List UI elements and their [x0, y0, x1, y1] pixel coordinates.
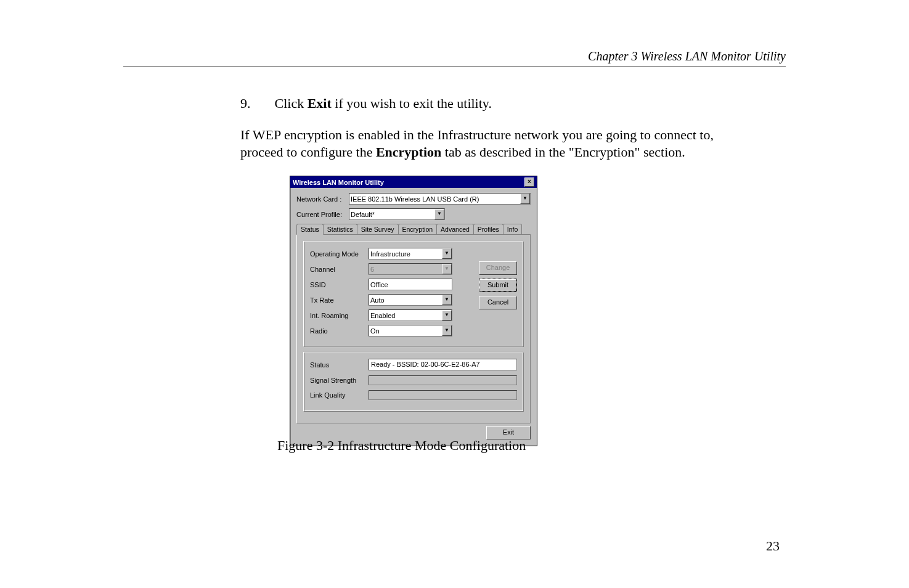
chevron-down-icon: ▼ — [442, 295, 452, 305]
step-text-suffix: if you wish to exit the utility. — [332, 96, 492, 111]
tab-status[interactable]: Status — [296, 224, 324, 235]
operating-mode-value: Infrastructure — [370, 250, 410, 258]
settings-group: Operating Mode Infrastructure ▼ Channel — [303, 241, 524, 347]
txrate-value: Auto — [370, 296, 385, 304]
chevron-down-icon: ▼ — [434, 209, 444, 219]
dialog-window: Wireless LAN Monitor Utility × Network C… — [290, 176, 537, 446]
figure-wrapper: Wireless LAN Monitor Utility × Network C… — [290, 176, 537, 446]
tab-strip: Status Statistics Site Survey Encryption… — [296, 224, 531, 235]
tab-panel-status: Operating Mode Infrastructure ▼ Channel — [296, 235, 531, 423]
para-line2a: proceed to configure the — [240, 144, 376, 160]
current-profile-label: Current Profile: — [296, 211, 349, 218]
radio-value: On — [370, 327, 380, 335]
page-number: 23 — [766, 538, 780, 554]
para-line2b: Encryption — [376, 144, 441, 160]
titlebar: Wireless LAN Monitor Utility × — [290, 176, 537, 188]
status-value: Ready - BSSID: 02-00-6C-E2-86-A7 — [369, 359, 517, 370]
para-line2c: tab as described in the "Encryption" sec… — [441, 144, 685, 160]
txrate-label: Tx Rate — [310, 296, 369, 304]
cancel-button[interactable]: Cancel — [479, 296, 517, 309]
close-button[interactable]: × — [524, 178, 534, 187]
change-button: Change — [479, 261, 517, 275]
tab-advanced[interactable]: Advanced — [436, 224, 474, 234]
radio-label: Radio — [310, 327, 369, 335]
radio-select[interactable]: On ▼ — [369, 325, 452, 337]
ssid-value: Office — [370, 281, 388, 288]
roaming-label: Int. Roaming — [310, 312, 369, 319]
chevron-down-icon: ▼ — [442, 264, 452, 274]
tab-site-survey[interactable]: Site Survey — [357, 224, 399, 234]
figure-caption: Figure 3-2 Infrastructure Mode Configura… — [277, 438, 526, 454]
step-text-bold: Exit — [308, 96, 332, 111]
body-paragraph: If WEP encryption is enabled in the Infr… — [240, 126, 773, 160]
network-card-value: IEEE 802.11b Wireless LAN USB Card (R) — [351, 195, 479, 203]
network-card-label: Network Card : — [296, 195, 349, 203]
operating-mode-label: Operating Mode — [310, 250, 369, 258]
page-header: Chapter 3 Wireless LAN Monitor Utility — [588, 49, 786, 63]
step-line: 9. Click Exit if you wish to exit the ut… — [240, 96, 492, 112]
header-rule — [123, 67, 786, 67]
operating-mode-select[interactable]: Infrastructure ▼ — [369, 248, 452, 259]
tab-statistics[interactable]: Statistics — [323, 224, 357, 234]
ssid-label: SSID — [310, 281, 369, 288]
network-card-select[interactable]: IEEE 802.11b Wireless LAN USB Card (R) ▼ — [349, 193, 531, 205]
para-line1: If WEP encryption is enabled in the Infr… — [240, 127, 714, 142]
status-group: Status Ready - BSSID: 02-00-6C-E2-86-A7 … — [303, 352, 524, 412]
chevron-down-icon: ▼ — [520, 194, 530, 204]
step-text-prefix: Click — [275, 96, 308, 111]
current-profile-select[interactable]: Default* ▼ — [349, 208, 445, 220]
link-quality-label: Link Quality — [310, 391, 369, 399]
channel-value: 6 — [370, 266, 374, 273]
roaming-select[interactable]: Enabled ▼ — [369, 309, 452, 321]
dialog-title: Wireless LAN Monitor Utility — [293, 179, 384, 186]
chevron-down-icon: ▼ — [442, 248, 452, 259]
channel-select: 6 ▼ — [369, 263, 452, 275]
chevron-down-icon: ▼ — [442, 325, 452, 336]
tab-encryption[interactable]: Encryption — [398, 224, 438, 234]
ssid-input[interactable]: Office — [369, 279, 452, 290]
signal-strength-bar — [369, 375, 517, 385]
status-label: Status — [310, 361, 369, 369]
chevron-down-icon: ▼ — [442, 310, 452, 321]
roaming-value: Enabled — [370, 312, 395, 319]
tab-info[interactable]: Info — [503, 224, 523, 234]
current-profile-value: Default* — [351, 211, 375, 218]
submit-button[interactable]: Submit — [479, 279, 517, 292]
link-quality-bar — [369, 390, 517, 400]
tab-profiles[interactable]: Profiles — [473, 224, 503, 234]
step-number: 9. — [240, 96, 271, 112]
signal-strength-label: Signal Strength — [310, 377, 369, 384]
txrate-select[interactable]: Auto ▼ — [369, 294, 452, 306]
channel-label: Channel — [310, 266, 369, 273]
